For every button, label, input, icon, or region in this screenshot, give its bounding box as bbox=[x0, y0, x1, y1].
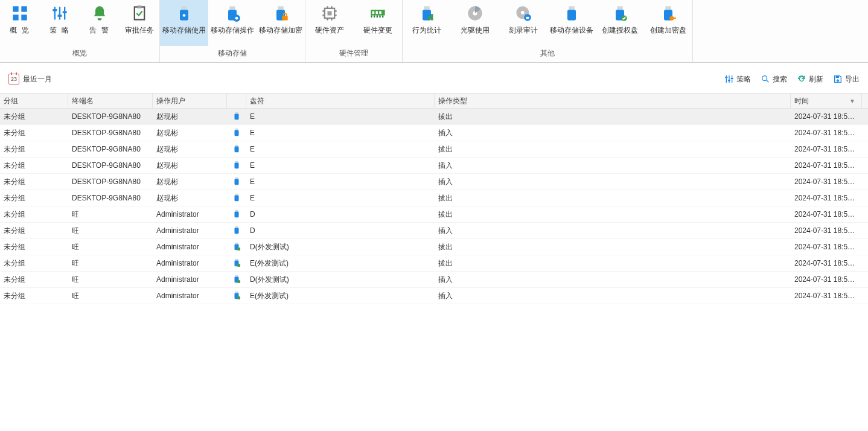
cell-group: 未分组 bbox=[0, 291, 68, 301]
cell-user: 赵现彬 bbox=[153, 112, 227, 122]
usb-icon bbox=[232, 275, 241, 285]
ribbon-usb-use[interactable]: 移动存储使用 bbox=[160, 0, 208, 46]
ribbon-item-label: 告 警 bbox=[89, 25, 109, 36]
cell-group: 未分组 bbox=[0, 161, 68, 171]
table-row[interactable]: 未分组 旺 Administrator E(外发测试) 拔出 2024-07-3… bbox=[0, 255, 868, 272]
usb-icon bbox=[174, 4, 194, 23]
col-drive-icon[interactable] bbox=[227, 94, 246, 108]
table-row[interactable]: 未分组 DESKTOP-9G8NA80 赵现彬 E 插入 2024-07-31 … bbox=[0, 174, 868, 190]
cell-drive: E bbox=[246, 145, 435, 153]
tool-label: 策略 bbox=[736, 74, 751, 85]
table-row[interactable]: 未分组 DESKTOP-9G8NA80 赵现彬 E 拔出 2024-07-31 … bbox=[0, 141, 868, 158]
ribbon-auth-disk[interactable]: 创建授权盘 bbox=[596, 0, 644, 46]
cell-drive-icon bbox=[227, 209, 246, 220]
ribbon-item-label: 概 览 bbox=[10, 25, 30, 36]
cell-time: 2024-07-31 18:56:38 bbox=[791, 129, 862, 137]
ribbon-behavior[interactable]: 行为统计 bbox=[403, 0, 451, 46]
ribbon-alarm[interactable]: 告 警 bbox=[80, 0, 120, 46]
sliders-icon bbox=[50, 4, 69, 23]
search-icon bbox=[761, 74, 770, 84]
usb-icon bbox=[232, 161, 241, 171]
policy-button[interactable]: 策略 bbox=[724, 74, 751, 85]
ribbon-usb-device[interactable]: 移动存储设备 bbox=[547, 0, 596, 46]
col-drive[interactable]: 盘符 bbox=[246, 94, 435, 108]
ribbon-usb-encrypt[interactable]: 移动存储加密 bbox=[257, 0, 305, 46]
cell-time: 2024-07-31 18:54:00 bbox=[791, 275, 862, 284]
cell-op: 插入 bbox=[435, 291, 791, 301]
col-group[interactable]: 分组 bbox=[0, 94, 68, 108]
usb-auth-icon bbox=[610, 4, 630, 23]
cell-drive: E bbox=[246, 177, 435, 186]
col-terminal[interactable]: 终端名 bbox=[68, 94, 153, 108]
cell-drive: E bbox=[246, 161, 435, 170]
ribbon-cd-use[interactable]: 光驱使用 bbox=[451, 0, 499, 46]
table-row[interactable]: 未分组 DESKTOP-9G8NA80 赵现彬 E 拔出 2024-07-31 … bbox=[0, 190, 868, 206]
table-row[interactable]: 未分组 DESKTOP-9G8NA80 赵现彬 E 拔出 2024-07-31 … bbox=[0, 109, 868, 125]
table-row[interactable]: 未分组 DESKTOP-9G8NA80 赵现彬 E 插入 2024-07-31 … bbox=[0, 158, 868, 174]
save-icon bbox=[833, 74, 843, 84]
col-user[interactable]: 操作用户 bbox=[153, 94, 227, 108]
date-range-picker[interactable]: 23 最近一月 bbox=[8, 74, 52, 85]
cell-drive-icon bbox=[227, 112, 246, 122]
cell-drive: D(外发测试) bbox=[246, 242, 435, 252]
cell-op: 拔出 bbox=[435, 242, 791, 252]
cell-terminal: DESKTOP-9G8NA80 bbox=[68, 161, 153, 170]
cell-op: 拔出 bbox=[435, 209, 791, 220]
cell-time: 2024-07-31 18:56:28 bbox=[791, 177, 862, 186]
ribbon-burn-audit[interactable]: 刻录审计 bbox=[499, 0, 547, 46]
table-row[interactable]: 未分组 旺 Administrator D(外发测试) 插入 2024-07-3… bbox=[0, 272, 868, 288]
usb-icon bbox=[232, 226, 241, 236]
ribbon-overview[interactable]: 概 览 bbox=[0, 0, 40, 46]
table-row[interactable]: 未分组 旺 Administrator D 插入 2024-07-31 18:5… bbox=[0, 223, 868, 239]
table-row[interactable]: 未分组 DESKTOP-9G8NA80 赵现彬 E 插入 2024-07-31 … bbox=[0, 125, 868, 141]
table-row[interactable]: 未分组 旺 Administrator E(外发测试) 插入 2024-07-3… bbox=[0, 288, 868, 304]
cpu-icon bbox=[320, 4, 339, 23]
ribbon-item-label: 移动存储操作 bbox=[211, 25, 254, 36]
cell-group: 未分组 bbox=[0, 177, 68, 187]
refresh-button[interactable]: 刷新 bbox=[797, 74, 823, 85]
cell-terminal: 旺 bbox=[68, 209, 153, 220]
col-op-type[interactable]: 操作类型 bbox=[435, 94, 791, 108]
cell-user: 赵现彬 bbox=[153, 177, 227, 187]
ribbon-item-label: 移动存储设备 bbox=[550, 25, 593, 36]
cell-terminal: DESKTOP-9G8NA80 bbox=[68, 194, 153, 202]
table-row[interactable]: 未分组 旺 Administrator D 拔出 2024-07-31 18:5… bbox=[0, 206, 868, 223]
cell-time: 2024-07-31 18:54:00 bbox=[791, 292, 862, 300]
ribbon-usb-operate[interactable]: 移动存储操作 bbox=[208, 0, 257, 46]
ribbon-item-label: 审批任务 bbox=[125, 25, 154, 36]
cell-drive-icon bbox=[227, 291, 246, 301]
ribbon-hw-asset[interactable]: 硬件资产 bbox=[305, 0, 354, 46]
ribbon-item-label: 刻录审计 bbox=[509, 25, 538, 36]
ribbon-enc-disk[interactable]: 创建加密盘 bbox=[644, 0, 692, 46]
usb-icon bbox=[232, 177, 241, 187]
cell-op: 插入 bbox=[435, 275, 791, 285]
cell-drive-icon bbox=[227, 128, 246, 138]
cell-drive-icon bbox=[227, 193, 246, 203]
ribbon-policy[interactable]: 策 略 bbox=[40, 0, 80, 46]
usb-icon bbox=[232, 193, 241, 203]
cell-group: 未分组 bbox=[0, 258, 68, 269]
cell-user: Administrator bbox=[153, 243, 227, 251]
ribbon-item-label: 硬件变更 bbox=[363, 25, 392, 36]
date-range-label: 最近一月 bbox=[23, 74, 52, 85]
cell-drive: D bbox=[246, 210, 435, 219]
search-button[interactable]: 搜索 bbox=[761, 74, 787, 85]
cell-drive-icon bbox=[227, 258, 246, 269]
col-time[interactable]: 时间 ▼ bbox=[791, 94, 862, 108]
ribbon-group-label: 概览 bbox=[0, 46, 159, 62]
usb-icon bbox=[232, 209, 241, 220]
cell-group: 未分组 bbox=[0, 112, 68, 122]
cell-user: 赵现彬 bbox=[153, 128, 227, 138]
ribbon-group-label: 其他 bbox=[403, 46, 692, 62]
cell-terminal: DESKTOP-9G8NA80 bbox=[68, 112, 153, 121]
ribbon-hw-change[interactable]: 硬件变更 bbox=[354, 0, 402, 46]
ribbon-approve[interactable]: 审批任务 bbox=[120, 0, 159, 46]
calendar-icon: 23 bbox=[8, 74, 19, 85]
cell-op: 插入 bbox=[435, 128, 791, 138]
export-button[interactable]: 导出 bbox=[833, 74, 860, 85]
table-row[interactable]: 未分组 旺 Administrator D(外发测试) 拔出 2024-07-3… bbox=[0, 239, 868, 255]
cell-op: 插入 bbox=[435, 177, 791, 187]
usb-plain-icon bbox=[562, 4, 581, 23]
ribbon: 概 览 策 略 告 警 审批任务概览 移动存储使用 移动存储操作 移动存储加密移… bbox=[0, 0, 868, 63]
refresh-icon bbox=[797, 74, 806, 84]
